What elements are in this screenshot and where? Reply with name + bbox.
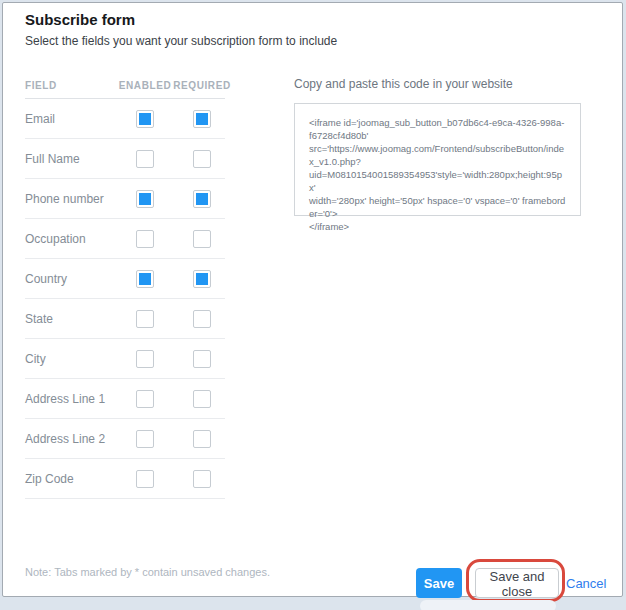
checkbox-fill <box>196 473 208 485</box>
enabled-checkbox[interactable] <box>136 270 154 288</box>
embed-code-label: Copy and paste this code in your website <box>294 77 513 91</box>
embed-code-text: <iframe id='joomag_sub_button_b07db6c4-e… <box>309 116 566 233</box>
enabled-checkbox[interactable] <box>136 190 154 208</box>
page-subtitle: Select the fields you want your subscrip… <box>25 34 337 48</box>
checkbox-fill <box>139 153 151 165</box>
checkbox-fill <box>196 313 208 325</box>
table-row: Full Name <box>25 139 225 179</box>
fields-table: FIELD ENABLED REQUIRED Email Full Name <box>25 73 225 499</box>
checkbox-fill <box>139 273 151 285</box>
required-checkbox[interactable] <box>193 390 211 408</box>
field-label: Full Name <box>25 152 127 166</box>
checkbox-fill <box>139 433 151 445</box>
checkbox-fill <box>139 193 151 205</box>
enabled-checkbox[interactable] <box>136 230 154 248</box>
field-label: Zip Code <box>25 472 127 486</box>
save-and-close-button[interactable]: Save and close <box>475 568 559 598</box>
checkbox-fill <box>196 273 208 285</box>
required-checkbox[interactable] <box>193 350 211 368</box>
table-row: Country <box>25 259 225 299</box>
checkbox-fill <box>139 353 151 365</box>
checkbox-fill <box>196 393 208 405</box>
field-label: Occupation <box>25 232 127 246</box>
checkbox-fill <box>196 193 208 205</box>
checkbox-fill <box>139 393 151 405</box>
checkbox-fill <box>139 113 151 125</box>
required-checkbox[interactable] <box>193 190 211 208</box>
subscribe-form-dialog: Subscribe form Select the fields you wan… <box>2 2 623 597</box>
required-checkbox[interactable] <box>193 470 211 488</box>
table-row: Phone number <box>25 179 225 219</box>
checkbox-fill <box>139 473 151 485</box>
column-header-field: FIELD <box>25 80 127 91</box>
field-label: Email <box>25 112 127 126</box>
field-label: State <box>25 312 127 326</box>
save-button[interactable]: Save <box>416 568 462 598</box>
checkbox-fill <box>196 433 208 445</box>
unsaved-changes-note: Note: Tabs marked by * contain unsaved c… <box>25 566 270 578</box>
table-row: State <box>25 299 225 339</box>
table-row: City <box>25 339 225 379</box>
required-checkbox[interactable] <box>193 430 211 448</box>
column-header-enabled: ENABLED <box>127 80 163 91</box>
field-label: Country <box>25 272 127 286</box>
enabled-checkbox[interactable] <box>136 350 154 368</box>
fields-table-header: FIELD ENABLED REQUIRED <box>25 73 225 99</box>
table-row: Zip Code <box>25 459 225 499</box>
enabled-checkbox[interactable] <box>136 430 154 448</box>
checkbox-fill <box>139 313 151 325</box>
field-label: Address Line 2 <box>25 432 127 446</box>
background-element <box>420 600 556 610</box>
cancel-link[interactable]: Cancel <box>566 576 606 591</box>
required-checkbox[interactable] <box>193 230 211 248</box>
page-title: Subscribe form <box>25 11 135 28</box>
required-checkbox[interactable] <box>193 150 211 168</box>
enabled-checkbox[interactable] <box>136 150 154 168</box>
table-row: Address Line 2 <box>25 419 225 459</box>
embed-code-box[interactable]: <iframe id='joomag_sub_button_b07db6c4-e… <box>294 103 581 216</box>
enabled-checkbox[interactable] <box>136 110 154 128</box>
table-row: Occupation <box>25 219 225 259</box>
required-checkbox[interactable] <box>193 110 211 128</box>
required-checkbox[interactable] <box>193 270 211 288</box>
required-checkbox[interactable] <box>193 310 211 328</box>
checkbox-fill <box>196 153 208 165</box>
enabled-checkbox[interactable] <box>136 470 154 488</box>
checkbox-fill <box>196 113 208 125</box>
table-row: Email <box>25 99 225 139</box>
table-row: Address Line 1 <box>25 379 225 419</box>
field-label: Phone number <box>25 192 127 206</box>
checkbox-fill <box>139 233 151 245</box>
fields-table-body: Email Full Name Phone number <box>25 99 225 499</box>
enabled-checkbox[interactable] <box>136 390 154 408</box>
checkbox-fill <box>196 353 208 365</box>
enabled-checkbox[interactable] <box>136 310 154 328</box>
checkbox-fill <box>196 233 208 245</box>
field-label: Address Line 1 <box>25 392 127 406</box>
column-header-required: REQUIRED <box>184 80 220 91</box>
field-label: City <box>25 352 127 366</box>
